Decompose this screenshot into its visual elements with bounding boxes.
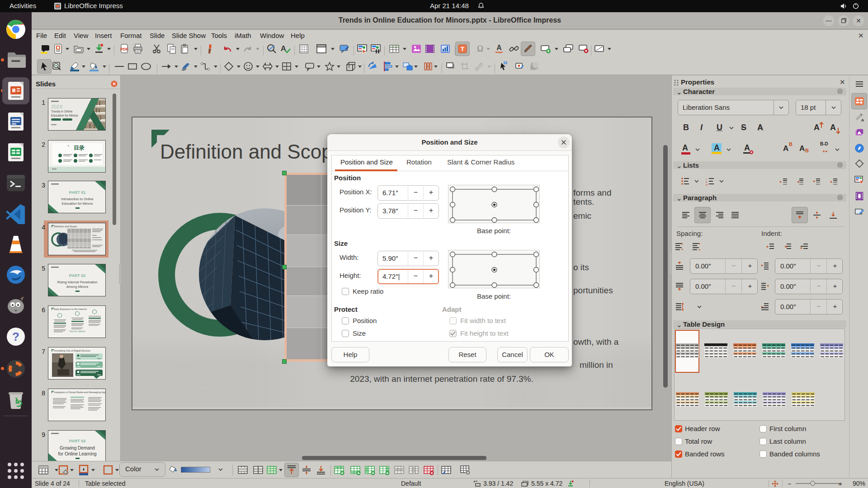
svg-text:Education for Minors: Education for Minors: [62, 202, 93, 206]
svg-text:Rising Internet Penetration: Rising Internet Penetration: [57, 280, 98, 284]
svg-text:Among Minors: Among Minors: [66, 285, 89, 289]
svg-text:Early Exposure to the Internet: Early Exposure to the Internet: [54, 308, 87, 310]
svg-text:Trends in Online: Trends in Online: [51, 110, 73, 113]
svg-text:for Online Learning: for Online Learning: [58, 451, 96, 456]
svg-text:PART 03: PART 03: [69, 439, 85, 443]
svg-text:PART 02: PART 02: [69, 273, 85, 278]
svg-text:Growing Demand: Growing Demand: [60, 446, 95, 450]
svg-text:A: A: [861, 118, 864, 122]
svg-text:I: I: [706, 178, 707, 180]
svg-text:Introduction to Online: Introduction to Online: [61, 197, 93, 201]
svg-text:A: A: [496, 44, 502, 52]
svg-text:A: A: [281, 44, 286, 53]
svg-text:202X: 202X: [51, 104, 63, 109]
svg-text:PART 01: PART 01: [69, 190, 85, 195]
svg-text:PDF: PDF: [120, 47, 129, 52]
svg-text:T: T: [461, 46, 464, 52]
svg-text:?: ?: [12, 330, 19, 343]
svg-text:Education for Minors: Education for Minors: [51, 114, 78, 117]
svg-text:Ω: Ω: [477, 44, 483, 53]
svg-text:Integration of Social Media an: Integration of Social Media and Messagin…: [54, 391, 106, 394]
svg-text:View the statistics: View the statistics: [69, 330, 85, 333]
svg-text:目录: 目录: [74, 145, 85, 151]
svg-text:Increasing Use of Digital Devi: Increasing Use of Digital Devices: [54, 349, 90, 352]
svg-text:III: III: [706, 183, 708, 186]
svg-text:Definition and Scope: Definition and Scope: [54, 225, 77, 228]
